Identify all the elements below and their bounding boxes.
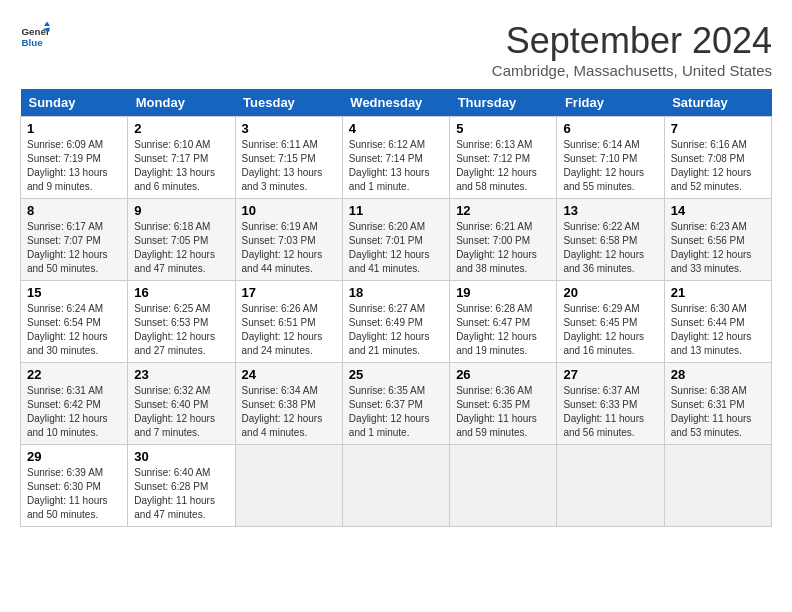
day-info: Sunrise: 6:39 AM Sunset: 6:30 PM Dayligh… <box>27 466 121 522</box>
table-row: 28 Sunrise: 6:38 AM Sunset: 6:31 PM Dayl… <box>664 363 771 445</box>
header-sunday: Sunday <box>21 89 128 117</box>
day-number: 18 <box>349 285 443 300</box>
table-row: 29 Sunrise: 6:39 AM Sunset: 6:30 PM Dayl… <box>21 445 128 527</box>
day-info: Sunrise: 6:37 AM Sunset: 6:33 PM Dayligh… <box>563 384 657 440</box>
day-number: 25 <box>349 367 443 382</box>
day-number: 4 <box>349 121 443 136</box>
calendar-week-row: 15 Sunrise: 6:24 AM Sunset: 6:54 PM Dayl… <box>21 281 772 363</box>
table-row: 30 Sunrise: 6:40 AM Sunset: 6:28 PM Dayl… <box>128 445 235 527</box>
header-thursday: Thursday <box>450 89 557 117</box>
table-row: 26 Sunrise: 6:36 AM Sunset: 6:35 PM Dayl… <box>450 363 557 445</box>
day-info: Sunrise: 6:18 AM Sunset: 7:05 PM Dayligh… <box>134 220 228 276</box>
day-info: Sunrise: 6:24 AM Sunset: 6:54 PM Dayligh… <box>27 302 121 358</box>
table-row: 18 Sunrise: 6:27 AM Sunset: 6:49 PM Dayl… <box>342 281 449 363</box>
day-number: 16 <box>134 285 228 300</box>
day-info: Sunrise: 6:09 AM Sunset: 7:19 PM Dayligh… <box>27 138 121 194</box>
svg-text:General: General <box>22 26 51 37</box>
title-section: September 2024 Cambridge, Massachusetts,… <box>492 20 772 79</box>
table-row: 21 Sunrise: 6:30 AM Sunset: 6:44 PM Dayl… <box>664 281 771 363</box>
day-number: 13 <box>563 203 657 218</box>
day-number: 10 <box>242 203 336 218</box>
table-row <box>450 445 557 527</box>
table-row: 3 Sunrise: 6:11 AM Sunset: 7:15 PM Dayli… <box>235 117 342 199</box>
day-info: Sunrise: 6:26 AM Sunset: 6:51 PM Dayligh… <box>242 302 336 358</box>
table-row: 12 Sunrise: 6:21 AM Sunset: 7:00 PM Dayl… <box>450 199 557 281</box>
calendar-week-row: 8 Sunrise: 6:17 AM Sunset: 7:07 PM Dayli… <box>21 199 772 281</box>
table-row: 4 Sunrise: 6:12 AM Sunset: 7:14 PM Dayli… <box>342 117 449 199</box>
day-number: 21 <box>671 285 765 300</box>
svg-text:Blue: Blue <box>22 37 44 48</box>
day-info: Sunrise: 6:17 AM Sunset: 7:07 PM Dayligh… <box>27 220 121 276</box>
day-info: Sunrise: 6:32 AM Sunset: 6:40 PM Dayligh… <box>134 384 228 440</box>
day-number: 24 <box>242 367 336 382</box>
day-number: 11 <box>349 203 443 218</box>
day-info: Sunrise: 6:38 AM Sunset: 6:31 PM Dayligh… <box>671 384 765 440</box>
table-row: 11 Sunrise: 6:20 AM Sunset: 7:01 PM Dayl… <box>342 199 449 281</box>
day-number: 29 <box>27 449 121 464</box>
table-row <box>235 445 342 527</box>
day-number: 17 <box>242 285 336 300</box>
day-info: Sunrise: 6:10 AM Sunset: 7:17 PM Dayligh… <box>134 138 228 194</box>
table-row: 6 Sunrise: 6:14 AM Sunset: 7:10 PM Dayli… <box>557 117 664 199</box>
table-row <box>557 445 664 527</box>
table-row: 16 Sunrise: 6:25 AM Sunset: 6:53 PM Dayl… <box>128 281 235 363</box>
day-info: Sunrise: 6:27 AM Sunset: 6:49 PM Dayligh… <box>349 302 443 358</box>
table-row: 17 Sunrise: 6:26 AM Sunset: 6:51 PM Dayl… <box>235 281 342 363</box>
day-number: 30 <box>134 449 228 464</box>
table-row: 5 Sunrise: 6:13 AM Sunset: 7:12 PM Dayli… <box>450 117 557 199</box>
header-wednesday: Wednesday <box>342 89 449 117</box>
table-row: 14 Sunrise: 6:23 AM Sunset: 6:56 PM Dayl… <box>664 199 771 281</box>
day-info: Sunrise: 6:19 AM Sunset: 7:03 PM Dayligh… <box>242 220 336 276</box>
location-subtitle: Cambridge, Massachusetts, United States <box>492 62 772 79</box>
day-number: 2 <box>134 121 228 136</box>
day-info: Sunrise: 6:12 AM Sunset: 7:14 PM Dayligh… <box>349 138 443 194</box>
day-info: Sunrise: 6:36 AM Sunset: 6:35 PM Dayligh… <box>456 384 550 440</box>
logo-icon: General Blue <box>20 20 50 50</box>
day-info: Sunrise: 6:11 AM Sunset: 7:15 PM Dayligh… <box>242 138 336 194</box>
day-number: 5 <box>456 121 550 136</box>
day-number: 22 <box>27 367 121 382</box>
day-info: Sunrise: 6:31 AM Sunset: 6:42 PM Dayligh… <box>27 384 121 440</box>
header-tuesday: Tuesday <box>235 89 342 117</box>
table-row <box>342 445 449 527</box>
day-number: 9 <box>134 203 228 218</box>
day-info: Sunrise: 6:20 AM Sunset: 7:01 PM Dayligh… <box>349 220 443 276</box>
day-info: Sunrise: 6:22 AM Sunset: 6:58 PM Dayligh… <box>563 220 657 276</box>
day-number: 28 <box>671 367 765 382</box>
table-row: 19 Sunrise: 6:28 AM Sunset: 6:47 PM Dayl… <box>450 281 557 363</box>
day-info: Sunrise: 6:13 AM Sunset: 7:12 PM Dayligh… <box>456 138 550 194</box>
calendar-week-row: 29 Sunrise: 6:39 AM Sunset: 6:30 PM Dayl… <box>21 445 772 527</box>
day-number: 12 <box>456 203 550 218</box>
day-number: 3 <box>242 121 336 136</box>
day-info: Sunrise: 6:34 AM Sunset: 6:38 PM Dayligh… <box>242 384 336 440</box>
header-monday: Monday <box>128 89 235 117</box>
svg-marker-2 <box>44 22 50 27</box>
day-number: 26 <box>456 367 550 382</box>
day-info: Sunrise: 6:28 AM Sunset: 6:47 PM Dayligh… <box>456 302 550 358</box>
page-header: General Blue September 2024 Cambridge, M… <box>20 20 772 79</box>
table-row: 23 Sunrise: 6:32 AM Sunset: 6:40 PM Dayl… <box>128 363 235 445</box>
day-number: 1 <box>27 121 121 136</box>
table-row: 8 Sunrise: 6:17 AM Sunset: 7:07 PM Dayli… <box>21 199 128 281</box>
calendar-table: Sunday Monday Tuesday Wednesday Thursday… <box>20 89 772 527</box>
day-info: Sunrise: 6:23 AM Sunset: 6:56 PM Dayligh… <box>671 220 765 276</box>
header-friday: Friday <box>557 89 664 117</box>
table-row: 22 Sunrise: 6:31 AM Sunset: 6:42 PM Dayl… <box>21 363 128 445</box>
day-number: 20 <box>563 285 657 300</box>
day-number: 15 <box>27 285 121 300</box>
logo: General Blue <box>20 20 50 50</box>
day-info: Sunrise: 6:21 AM Sunset: 7:00 PM Dayligh… <box>456 220 550 276</box>
day-info: Sunrise: 6:14 AM Sunset: 7:10 PM Dayligh… <box>563 138 657 194</box>
day-info: Sunrise: 6:35 AM Sunset: 6:37 PM Dayligh… <box>349 384 443 440</box>
calendar-header-row: Sunday Monday Tuesday Wednesday Thursday… <box>21 89 772 117</box>
day-info: Sunrise: 6:16 AM Sunset: 7:08 PM Dayligh… <box>671 138 765 194</box>
table-row: 9 Sunrise: 6:18 AM Sunset: 7:05 PM Dayli… <box>128 199 235 281</box>
day-info: Sunrise: 6:30 AM Sunset: 6:44 PM Dayligh… <box>671 302 765 358</box>
table-row <box>664 445 771 527</box>
day-number: 19 <box>456 285 550 300</box>
day-info: Sunrise: 6:40 AM Sunset: 6:28 PM Dayligh… <box>134 466 228 522</box>
table-row: 27 Sunrise: 6:37 AM Sunset: 6:33 PM Dayl… <box>557 363 664 445</box>
day-number: 23 <box>134 367 228 382</box>
month-title: September 2024 <box>492 20 772 62</box>
day-number: 8 <box>27 203 121 218</box>
